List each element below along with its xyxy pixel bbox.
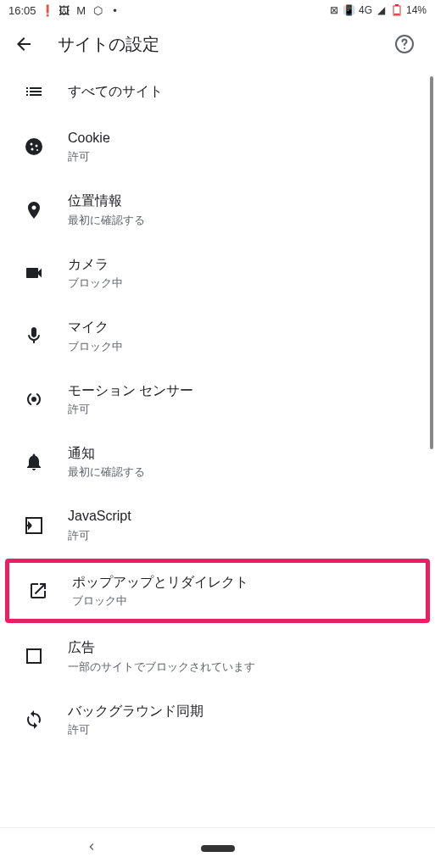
setting-title: マイク xyxy=(68,318,123,337)
svg-point-10 xyxy=(31,397,36,402)
setting-item-popups[interactable]: ポップアップとリダイレクト ブロック中 xyxy=(5,559,430,623)
alert-icon: ❗ xyxy=(42,4,53,16)
setting-item-cookie[interactable]: Cookie 許可 xyxy=(0,115,435,178)
svg-point-6 xyxy=(31,143,33,146)
navigation-bar xyxy=(0,827,435,868)
setting-subtitle: ブロック中 xyxy=(68,275,123,291)
square-icon xyxy=(17,646,51,666)
setting-title: 広告 xyxy=(68,638,255,657)
nav-back-button[interactable] xyxy=(85,840,98,857)
setting-title: ポップアップとリダイレクト xyxy=(72,573,248,592)
setting-subtitle: 一部のサイトでブロックされています xyxy=(68,659,255,675)
svg-point-9 xyxy=(36,149,38,151)
svg-point-5 xyxy=(25,138,42,155)
setting-subtitle: ブロック中 xyxy=(68,339,123,354)
bell-icon xyxy=(17,452,51,472)
status-bar: 16:05 ❗ 🖼 M ⬡ • ⊠ 📳 4G ◢ 14% xyxy=(0,0,435,20)
camera-icon xyxy=(17,263,51,283)
setting-subtitle: 許可 xyxy=(68,402,193,417)
setting-item-camera[interactable]: カメラ ブロック中 xyxy=(0,242,435,304)
svg-rect-12 xyxy=(27,649,41,663)
setting-subtitle: 許可 xyxy=(68,722,204,737)
status-battery: 14% xyxy=(406,4,427,16)
setting-item-mic[interactable]: マイク ブロック中 xyxy=(0,304,435,367)
setting-item-javascript[interactable]: JavaScript 許可 xyxy=(0,493,435,556)
setting-item-location[interactable]: 位置情報 最初に確認する xyxy=(0,178,435,241)
setting-title: バックグラウンド同期 xyxy=(68,702,204,721)
status-right: ⊠ 📳 4G ◢ 14% xyxy=(328,4,427,16)
setting-title: 通知 xyxy=(68,444,145,463)
setting-title: すべてのサイト xyxy=(68,82,163,101)
setting-subtitle: ブロック中 xyxy=(72,593,248,609)
setting-title: モーション センサー xyxy=(68,381,193,400)
mail-icon: M xyxy=(75,4,87,16)
setting-item-all-sites[interactable]: すべてのサイト xyxy=(0,68,435,115)
settings-list[interactable]: すべてのサイト Cookie 許可 位置情報 最初に確認する カメラ ブロック中 xyxy=(0,68,435,827)
motion-icon xyxy=(17,389,51,409)
nfc-icon: ⊠ xyxy=(328,4,340,16)
cookie-icon xyxy=(17,136,51,157)
back-arrow-icon xyxy=(14,34,34,54)
svg-rect-2 xyxy=(394,14,399,15)
scrollbar[interactable] xyxy=(430,76,433,449)
page-title: サイトの設定 xyxy=(58,33,388,56)
sync-icon xyxy=(17,709,51,730)
setting-subtitle: 許可 xyxy=(68,528,131,543)
popup-icon xyxy=(21,581,55,601)
back-button[interactable] xyxy=(7,27,41,61)
svg-point-4 xyxy=(404,47,405,49)
setting-subtitle: 最初に確認する xyxy=(68,213,145,228)
dot-icon: • xyxy=(109,4,121,16)
signal-icon: ◢ xyxy=(376,4,388,16)
app-bar: サイトの設定 xyxy=(0,20,435,68)
svg-rect-1 xyxy=(395,4,399,6)
javascript-icon xyxy=(17,515,51,536)
setting-title: 位置情報 xyxy=(68,192,145,210)
setting-subtitle: 許可 xyxy=(68,149,110,164)
status-time: 16:05 xyxy=(8,4,36,17)
svg-point-8 xyxy=(31,148,34,151)
vibrate-icon: 📳 xyxy=(343,4,355,16)
setting-subtitle: 最初に確認する xyxy=(68,465,145,480)
setting-item-ads[interactable]: 広告 一部のサイトでブロックされています xyxy=(0,625,435,687)
setting-item-notifications[interactable]: 通知 最初に確認する xyxy=(0,431,435,493)
chevron-left-icon xyxy=(85,840,98,854)
setting-item-motion[interactable]: モーション センサー 許可 xyxy=(0,368,435,431)
help-icon xyxy=(394,34,415,54)
help-button[interactable] xyxy=(388,27,421,61)
setting-title: JavaScript xyxy=(68,507,131,526)
battery-icon xyxy=(391,4,403,16)
location-icon xyxy=(17,200,51,220)
list-icon xyxy=(17,81,51,102)
svg-point-7 xyxy=(36,145,38,147)
setting-title: カメラ xyxy=(68,255,123,274)
setting-title: Cookie xyxy=(68,129,110,147)
network-icon: ⬡ xyxy=(92,4,104,16)
setting-item-background-sync[interactable]: バックグラウンド同期 許可 xyxy=(0,688,435,751)
status-network: 4G xyxy=(359,4,372,16)
status-left: 16:05 ❗ 🖼 M ⬡ • xyxy=(8,4,121,17)
nav-home-pill[interactable] xyxy=(201,845,235,852)
image-icon: 🖼 xyxy=(59,4,70,16)
mic-icon xyxy=(17,326,51,346)
